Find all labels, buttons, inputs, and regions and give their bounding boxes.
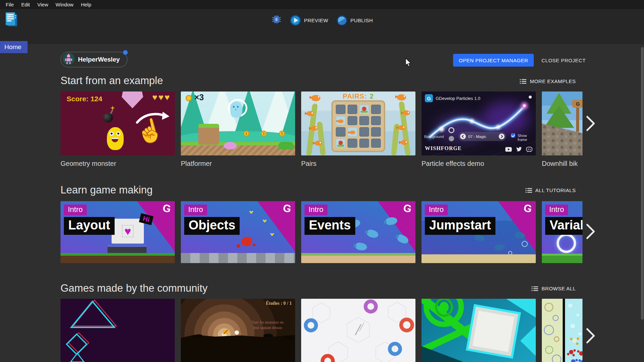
hand-gesture-icon: ☝: [133, 117, 166, 145]
community-row: Étoiles : 0 / 1 Tuer les monstres en leu…: [61, 299, 582, 362]
example-caption: Platformer: [181, 160, 295, 168]
vertical-scrollbar[interactable]: [641, 47, 644, 320]
community-card-2[interactable]: Étoiles : 0 / 1 Tuer les monstres en leu…: [181, 299, 295, 362]
demo-title: GDevelop Particles 1.0: [436, 96, 480, 101]
user-profile-chip[interactable]: HelperWesley: [61, 52, 127, 67]
wooden-sign: G: [571, 100, 582, 108]
publish-button[interactable]: PUBLISH: [336, 15, 373, 26]
jumpstart-tutorial-thumbnail: G Intro Jumpstart: [421, 201, 536, 263]
menu-window[interactable]: Window: [52, 0, 77, 9]
community-card-5[interactable]: [542, 299, 582, 362]
tutorial-card-variables[interactable]: G +1 Intro Variab: [542, 201, 582, 263]
community-card-4[interactable]: [421, 299, 536, 362]
browse-all-link[interactable]: BROWSE ALL: [531, 286, 576, 291]
menu-view[interactable]: View: [34, 0, 52, 9]
more-examples-link[interactable]: MORE EXAMPLES: [520, 78, 576, 84]
tutorial-card-objects[interactable]: G Intro Objects: [181, 201, 295, 263]
social-icons: [505, 147, 532, 152]
menu-edit[interactable]: Edit: [17, 0, 34, 9]
particles-thumbnail: G GDevelop Particles 1.0 Background 07 -…: [421, 92, 536, 155]
example-card-platformer[interactable]: ×3 Platformer: [181, 92, 295, 170]
community-section-title: Games made by the community: [61, 282, 208, 294]
next-effect-icon: [499, 134, 505, 139]
examples-scroll-right-button[interactable]: [586, 115, 596, 132]
background-swatch-outline: [448, 127, 454, 133]
mouse-cursor: [405, 58, 412, 69]
example-card-geometry-monster[interactable]: Score: 124 ♥♥♥ ☝ Geometry monster: [61, 92, 175, 170]
more-examples-label: MORE EXAMPLES: [530, 78, 576, 84]
menu-help[interactable]: Help: [77, 0, 95, 9]
bubbles-molecules-thumbnail: [542, 299, 582, 362]
neon-shapes-thumbnail: [61, 299, 175, 362]
player-character: [230, 102, 242, 118]
tutorials-scroll-right-button[interactable]: [586, 223, 596, 240]
intro-badge: Intro: [184, 205, 207, 215]
list-icon: [520, 79, 526, 84]
tutorial-card-jumpstart[interactable]: G Intro Jumpstart: [421, 201, 536, 263]
community-scroll-right-button[interactable]: [586, 328, 596, 344]
toolbar-center: PREVIEW PUBLISH: [271, 9, 373, 31]
example-card-downhill-bike[interactable]: G Downhill bik: [542, 92, 582, 170]
sunset-platformer-thumbnail: Étoiles : 0 / 1 Tuer les monstres en leu…: [181, 299, 295, 362]
platformer-thumbnail: ×3: [181, 92, 295, 155]
tutorial-title: Jumpstart: [425, 217, 495, 235]
example-card-particle-effects[interactable]: G GDevelop Particles 1.0 Background 07 -…: [421, 92, 536, 170]
bomb: [103, 113, 113, 122]
gdevelop-logo-tile: G: [425, 94, 433, 102]
pentagon-shape: [122, 92, 143, 108]
downhill-thumbnail: G: [542, 92, 582, 155]
coin-icon: [186, 95, 192, 101]
glow-ring: [557, 233, 576, 253]
all-tutorials-label: ALL TUTORIALS: [535, 187, 576, 193]
browse-all-label: BROWSE ALL: [541, 286, 576, 291]
prev-effect-icon: [460, 134, 466, 139]
example-card-pairs[interactable]: PAIRS:2 Pairs: [301, 92, 415, 170]
layout-tutorial-thumbnail: G ♥ Hi Intro Layout: [61, 201, 175, 263]
debugger-icon[interactable]: [271, 14, 282, 26]
score-label: Score: 124: [67, 95, 102, 103]
intro-badge: Intro: [305, 205, 327, 215]
warning-sign: [223, 330, 228, 334]
preview-button[interactable]: PREVIEW: [290, 15, 328, 26]
close-project-button[interactable]: CLOSE PROJECT: [537, 54, 590, 67]
home-tab-label: Home: [4, 43, 22, 51]
tutorial-card-layout[interactable]: G ♥ Hi Intro Layout: [61, 201, 175, 263]
pairs-thumbnail: PAIRS:2: [301, 92, 415, 155]
stars-counter: Étoiles : 0 / 1: [266, 301, 292, 306]
background-swatch-filled: [449, 136, 454, 141]
tab-home[interactable]: Home: [0, 41, 28, 53]
list-icon: [531, 286, 538, 291]
intro-badge: Intro: [545, 205, 568, 215]
publish-globe-icon: [336, 15, 347, 26]
examples-section-title: Start from an example: [61, 75, 163, 87]
instruction-text: Tuer les monstres en leur sautant dessus: [244, 320, 291, 330]
pairs-hud: PAIRS:2: [301, 93, 415, 100]
tutorials-section-title: Learn game making: [61, 184, 153, 196]
notification-dot: [123, 50, 128, 55]
events-tutorial-thumbnail: G Intro Events: [301, 201, 415, 263]
project-manager-icon[interactable]: [5, 12, 18, 29]
effect-selector: 07 - Magic: [458, 132, 506, 141]
example-caption: Particle effects demo: [421, 160, 536, 168]
community-card-1[interactable]: [61, 299, 175, 362]
objects-tutorial-thumbnail: G Intro Objects: [181, 201, 295, 263]
youtube-icon: [505, 147, 512, 152]
all-tutorials-link[interactable]: ALL TUTORIALS: [525, 187, 576, 193]
slime-enemy: [224, 142, 237, 149]
preview-label: PREVIEW: [304, 17, 328, 23]
bomb-spark: [110, 106, 115, 110]
discord-icon: [526, 147, 532, 152]
menu-file[interactable]: File: [2, 0, 17, 9]
publish-label: PUBLISH: [350, 17, 373, 23]
show-frame-label: Show frame: [518, 134, 536, 142]
tutorial-card-events[interactable]: G Intro Events: [301, 201, 415, 263]
community-card-3[interactable]: [301, 299, 415, 362]
teal-arcade-thumbnail: [421, 299, 536, 362]
effect-name: 07 - Magic: [468, 135, 497, 139]
intro-badge: Intro: [425, 205, 448, 215]
open-project-manager-button[interactable]: OPEN PROJECT MANAGER: [453, 54, 534, 67]
platform-block: [198, 124, 219, 145]
monster: [107, 127, 124, 150]
example-caption: Downhill bik: [542, 160, 582, 168]
hearts-icon: ♥♥♥: [152, 92, 171, 103]
